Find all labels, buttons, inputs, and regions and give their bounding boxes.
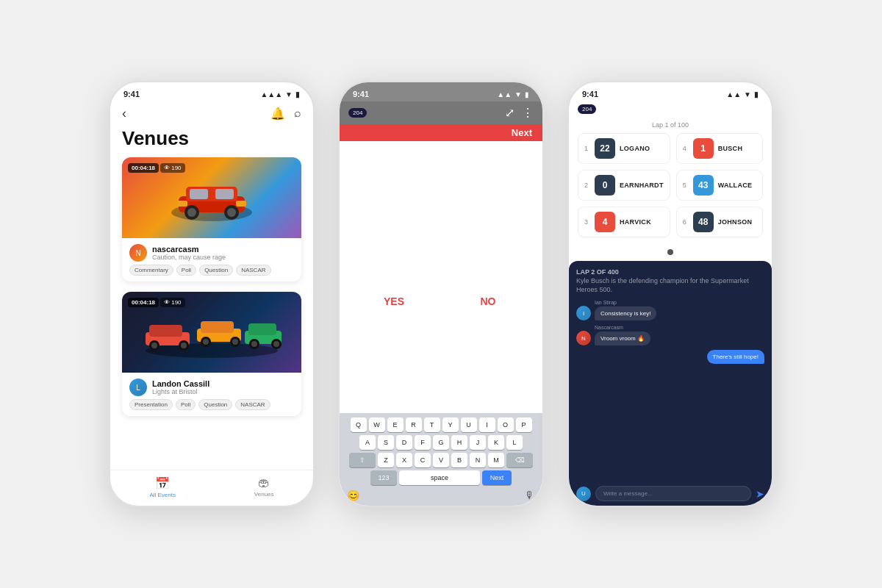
driver-name-wallace: WALLACE [718, 182, 753, 189]
svg-point-27 [251, 341, 257, 347]
svg-rect-10 [236, 201, 246, 207]
chat-input-avatar: U [576, 487, 591, 501]
search-icon[interactable]: ⌕ [294, 107, 301, 121]
key-x[interactable]: X [396, 453, 412, 467]
driver-info-johnson: JOHNSON [718, 218, 753, 226]
venue-info-1: N nascarcasm Caution, may cause rage Com… [122, 238, 301, 282]
driver-name-harvick: HARVICK [620, 218, 651, 226]
key-space[interactable]: space [399, 470, 480, 485]
chat-avatar-ian: I [576, 306, 591, 320]
driver-num-0: 0 [595, 175, 615, 196]
emoji-icon[interactable]: 😊 [347, 490, 359, 501]
driver-pos-1: 1 [584, 145, 590, 152]
driver-info-harvick: HARVICK [620, 218, 651, 226]
venue-card-1[interactable]: 00:04:18 👁 190 N nascarcasm Caution, may… [122, 157, 301, 282]
tag-poll2: Poll [176, 399, 196, 410]
venue-icon: 🏟 [258, 476, 270, 490]
tab-all-events[interactable]: 📅 All Events [149, 476, 176, 498]
status-icons-1: ▲▲▲ ▼ ▮ [260, 90, 300, 98]
driver-card-johnson: 6 48 JOHNSON [676, 207, 763, 237]
phone2-form: Event Title LAP 2 OF 400 Event Descripti… [340, 141, 542, 413]
key-v[interactable]: V [433, 453, 449, 467]
phone1-content: ‹ 🔔 ⌕ Venues [110, 101, 313, 470]
status-icons-3: ▲▲ ▼ ▮ [726, 90, 759, 98]
key-t[interactable]: T [424, 417, 440, 432]
key-r[interactable]: R [406, 417, 422, 432]
event-desc-input[interactable]: Kyle Busch starts off the race in 12th p… [351, 204, 531, 240]
venue-tags-1: Commentary Poll Question NASCAR [129, 265, 294, 276]
key-f[interactable]: F [415, 435, 431, 450]
next-button[interactable]: Next [512, 127, 532, 138]
event-title-group: Event Title LAP 2 OF 400 [351, 151, 531, 184]
key-e[interactable]: E [387, 417, 404, 432]
svg-rect-19 [201, 321, 234, 333]
wifi-icon-3: ▼ [744, 90, 751, 98]
venue-card-2[interactable]: 00:04:18 👁 190 L Landon Cassill Lights a… [122, 292, 301, 416]
send-icon[interactable]: ➤ [756, 488, 764, 500]
key-i[interactable]: I [479, 417, 495, 432]
driver-num-4: 4 [595, 212, 615, 232]
phone2-top-bar: 204 ⤢ ⋮ [340, 101, 542, 124]
key-h[interactable]: H [451, 435, 467, 450]
key-l[interactable]: L [506, 435, 523, 450]
tab-all-events-label: All Events [149, 492, 176, 498]
key-delete[interactable]: ⌫ [506, 453, 533, 467]
key-w[interactable]: W [369, 417, 385, 432]
key-shift[interactable]: ⇧ [349, 453, 376, 467]
key-row-4: 123 space Next [343, 470, 539, 485]
standings-grid: 1 22 LOGANO 4 1 BUSCH [569, 133, 772, 243]
showcase-container: 9:41 ▲▲▲ ▼ ▮ ‹ 🔔 ⌕ Venues [79, 51, 803, 537]
back-icon[interactable]: ‹ [122, 106, 126, 121]
signal-icon-3: ▲▲ [726, 90, 741, 98]
event-title-input[interactable]: LAP 2 OF 400 [351, 162, 531, 184]
event-desc-group: Event Description Kyle Busch starts off … [351, 193, 531, 240]
phone1-tabbar: 📅 All Events 🏟 Venues [110, 470, 313, 506]
key-next[interactable]: Next [482, 470, 512, 485]
chat-text-ian: Consistency is key! [595, 306, 656, 320]
tab-venues[interactable]: 🏟 Venues [254, 476, 274, 498]
more-icon[interactable]: ⋮ [522, 106, 534, 120]
no-button[interactable]: NO [445, 287, 531, 316]
driver-info-earnhardt: EARNHARDT [620, 182, 664, 189]
chat-event-desc: Kyle Busch is the defending champion for… [576, 277, 764, 294]
event-title-label: Event Title [351, 151, 531, 159]
venue-image-1: 00:04:18 👁 190 [122, 157, 301, 238]
chat-input[interactable]: Write a message... [595, 486, 751, 501]
key-s[interactable]: S [378, 435, 394, 450]
yes-button[interactable]: YES [351, 287, 437, 316]
key-k[interactable]: K [488, 435, 504, 450]
mic-icon[interactable]: 🎙 [525, 490, 535, 501]
svg-point-17 [181, 343, 187, 348]
driver-pos-4: 4 [683, 145, 689, 152]
key-z[interactable]: Z [378, 453, 394, 467]
key-a[interactable]: A [359, 435, 376, 450]
time-2: 9:41 [353, 90, 369, 98]
expand-icon[interactable]: ⤢ [505, 106, 514, 120]
key-m[interactable]: M [488, 453, 504, 467]
key-c[interactable]: C [415, 453, 431, 467]
key-o[interactable]: O [498, 417, 514, 432]
wifi-icon-2: ▼ [514, 90, 522, 98]
tag-poll: Poll [176, 265, 196, 276]
driver-pos-2: 2 [584, 182, 590, 189]
key-g[interactable]: G [433, 435, 449, 450]
key-b[interactable]: B [451, 453, 467, 467]
driver-pos-3: 3 [584, 218, 590, 226]
key-j[interactable]: J [470, 435, 486, 450]
wifi-icon: ▼ [285, 90, 293, 98]
key-d[interactable]: D [396, 435, 412, 450]
key-p[interactable]: P [516, 417, 532, 432]
key-123[interactable]: 123 [370, 470, 397, 485]
phone-venues: 9:41 ▲▲▲ ▼ ▮ ‹ 🔔 ⌕ Venues [109, 81, 315, 507]
status-bar-1: 9:41 ▲▲▲ ▼ ▮ [110, 82, 313, 101]
venue-info-2: L Landon Cassill Lights at Bristol Prese… [122, 373, 301, 416]
bell-icon[interactable]: 🔔 [270, 107, 285, 121]
svg-rect-25 [248, 323, 276, 335]
venue-tags-2: Presentation Poll Question NASCAR [129, 399, 294, 410]
key-y[interactable]: Y [442, 417, 459, 432]
key-u[interactable]: U [461, 417, 477, 432]
venue-user-row-1: N nascarcasm Caution, may cause rage [129, 244, 294, 262]
key-n[interactable]: N [470, 453, 486, 467]
key-q[interactable]: Q [351, 417, 367, 432]
battery-icon: ▮ [295, 90, 300, 98]
